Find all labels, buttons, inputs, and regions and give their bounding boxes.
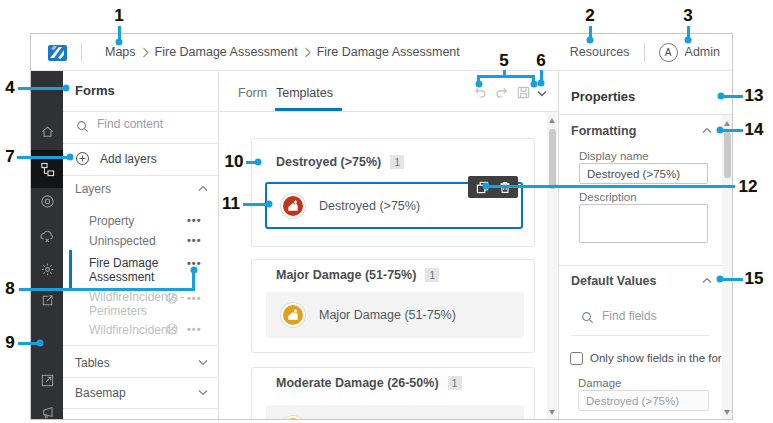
user-menu[interactable]: Admin xyxy=(685,45,720,59)
layer-item-property[interactable]: Property xyxy=(89,214,134,228)
divider xyxy=(63,377,219,378)
save-icon[interactable] xyxy=(516,85,531,100)
tab-templates[interactable]: Templates xyxy=(276,86,333,100)
offline-cloud-icon xyxy=(39,229,55,244)
properties-panel: Properties Formatting Display name Descr… xyxy=(559,71,733,420)
sidebar-item-settings[interactable] xyxy=(31,254,63,284)
breadcrumb-map-name[interactable]: Fire Damage Assessment xyxy=(155,45,298,59)
overflow-menu-icon[interactable] xyxy=(187,292,202,304)
only-show-fields-checkbox[interactable] xyxy=(570,352,583,365)
sidebar-item-sharing[interactable] xyxy=(31,285,63,315)
breadcrumb-layer-name: Fire Damage Assessment xyxy=(317,45,460,59)
divider xyxy=(559,265,722,266)
properties-panel-title: Properties xyxy=(571,89,635,104)
tables-section-header[interactable]: Tables xyxy=(75,356,110,370)
formatting-section-header[interactable]: Formatting xyxy=(571,124,636,138)
scrollbar-thumb[interactable] xyxy=(724,132,731,178)
chevron-right-icon xyxy=(142,47,149,58)
overflow-menu-icon[interactable] xyxy=(187,323,202,335)
launch-icon xyxy=(40,373,55,388)
layer-item-wildfire-perimeters-line2[interactable]: Perimeters xyxy=(89,304,147,318)
divider xyxy=(571,335,710,336)
layers-section-header[interactable]: Layers xyxy=(75,182,111,196)
sidebar-item-overview[interactable] xyxy=(31,116,63,146)
arcgis-field-maps-logo xyxy=(47,42,68,63)
sidebar-item-geofences[interactable] xyxy=(31,186,63,216)
template-card-label: Major Damage (51-75%) xyxy=(319,308,456,322)
annotation-label-3: 3 xyxy=(683,6,692,26)
divider xyxy=(63,408,219,409)
sidebar-item-forms[interactable] xyxy=(31,150,63,188)
destroyed-house-fire-icon xyxy=(281,194,305,218)
divider xyxy=(63,111,219,112)
chevron-right-icon xyxy=(304,47,311,58)
annotation-label-4: 4 xyxy=(5,78,14,98)
home-icon xyxy=(40,124,55,139)
resources-link[interactable]: Resources xyxy=(570,45,630,59)
scrollbar-thumb[interactable] xyxy=(549,129,556,189)
chevron-up-icon[interactable] xyxy=(198,185,208,192)
group-label: Destroyed (>75%) 1 xyxy=(276,155,404,169)
basemap-section-header[interactable]: Basemap xyxy=(75,386,126,400)
properties-scrollbar[interactable] xyxy=(722,115,732,420)
description-textarea[interactable] xyxy=(579,204,708,243)
template-card-major[interactable]: Major Damage (51-75%) xyxy=(266,292,524,338)
header-right: Resources A Admin xyxy=(570,34,720,70)
chevron-down-icon[interactable] xyxy=(198,359,208,366)
scroll-down-icon[interactable] xyxy=(724,410,730,415)
layer-item-wildfire-incidents[interactable]: WildfireIncidents xyxy=(89,323,177,337)
scroll-up-icon[interactable] xyxy=(724,121,730,126)
divider xyxy=(219,111,559,112)
scroll-up-icon[interactable] xyxy=(549,118,555,123)
search-icon xyxy=(76,120,89,133)
duplicate-icon[interactable] xyxy=(476,181,489,194)
scroll-down-icon[interactable] xyxy=(549,410,555,415)
avatar[interactable]: A xyxy=(659,43,678,62)
gear-icon xyxy=(40,262,55,277)
overflow-menu-icon[interactable] xyxy=(187,234,202,246)
redo-icon[interactable] xyxy=(494,86,509,100)
not-supported-icon xyxy=(166,323,178,335)
group-label-text: Destroyed (>75%) xyxy=(276,155,381,169)
annotation-label-8: 8 xyxy=(5,279,14,299)
moderate-damage-house-icon xyxy=(281,416,305,420)
plus-circle-icon xyxy=(75,151,90,166)
annotation-label-9: 9 xyxy=(5,333,14,353)
breadcrumb-maps[interactable]: Maps xyxy=(105,45,136,59)
layer-item-uninspected[interactable]: Uninspected xyxy=(89,234,156,248)
divider xyxy=(63,175,219,176)
template-card-moderate[interactable]: Moderate Damage (26-50%) xyxy=(266,405,524,420)
find-content-input[interactable] xyxy=(97,117,197,131)
trash-icon[interactable] xyxy=(499,181,511,194)
description-label: Description xyxy=(579,191,637,203)
breadcrumb: Maps Fire Damage Assessment Fire Damage … xyxy=(99,34,466,70)
screenshot-root: Maps Fire Damage Assessment Fire Damage … xyxy=(0,0,773,423)
find-fields-input[interactable] xyxy=(602,309,697,323)
app-sidebar xyxy=(31,71,63,420)
header-divider xyxy=(81,43,82,62)
layer-item-fire-damage-assessment[interactable]: Fire Damage xyxy=(89,256,158,270)
chevron-up-icon[interactable] xyxy=(702,277,712,284)
layer-item-fire-damage-assessment-line2[interactable]: Assessment xyxy=(89,270,154,284)
default-values-section-header[interactable]: Default Values xyxy=(571,274,656,288)
overflow-menu-icon[interactable] xyxy=(187,257,202,269)
group-label-text: Moderate Damage (26-50%) xyxy=(276,376,439,390)
undo-icon[interactable] xyxy=(473,86,488,100)
display-name-input[interactable] xyxy=(579,163,708,184)
header-divider xyxy=(644,43,645,62)
group-label-text: Major Damage (51-75%) xyxy=(276,268,416,282)
overflow-menu-icon[interactable] xyxy=(187,214,202,226)
forms-panel-title: Forms xyxy=(75,83,115,98)
templates-scrollbar[interactable] xyxy=(547,112,557,420)
chevron-up-icon[interactable] xyxy=(702,127,712,134)
chevron-down-icon[interactable] xyxy=(198,389,208,396)
chevron-down-icon[interactable] xyxy=(537,90,547,97)
sidebar-item-offline[interactable] xyxy=(31,221,63,251)
sidebar-item-open-in-app[interactable] xyxy=(31,365,63,395)
damage-field-value-input xyxy=(578,390,709,411)
sidebar-item-feedback[interactable] xyxy=(31,397,63,420)
add-layers-button[interactable]: Add layers xyxy=(75,151,157,166)
major-damage-house-icon xyxy=(281,303,305,327)
tab-form[interactable]: Form xyxy=(238,86,267,100)
only-show-fields-label: Only show fields in the form xyxy=(590,352,731,364)
